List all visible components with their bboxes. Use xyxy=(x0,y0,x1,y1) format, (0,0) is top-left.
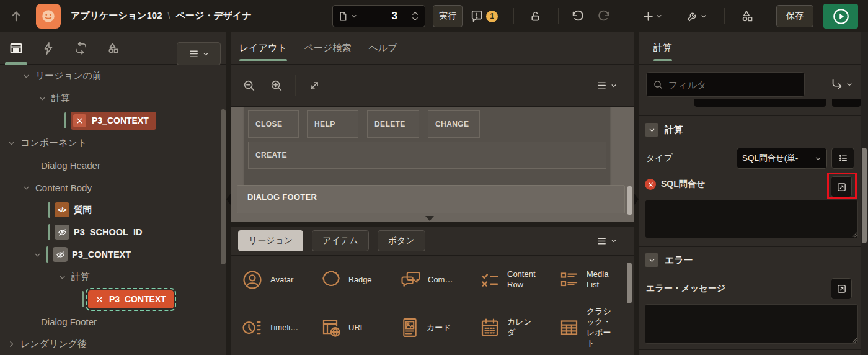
back-arrow-button[interactable] xyxy=(4,5,29,27)
collapse-left-arrow[interactable] xyxy=(226,194,231,205)
page-number[interactable]: 3 xyxy=(360,10,400,22)
collapse-section-button[interactable] xyxy=(645,123,658,137)
tree-item-p3-context-selected[interactable]: P3_CONTEXT xyxy=(0,288,226,310)
run-page-button[interactable]: 実行 xyxy=(433,5,463,27)
tab-page-search[interactable]: ページ検索 xyxy=(304,32,352,64)
tree-item-content-body[interactable]: Content Body xyxy=(0,176,226,199)
gallery-item-avatar[interactable]: Avatar xyxy=(241,261,320,299)
canvas-button-change[interactable]: CHANGE xyxy=(428,110,480,138)
tree-item-p3-context-computation[interactable]: P3_CONTEXT xyxy=(0,109,226,132)
tab-computation[interactable]: 計算 xyxy=(653,32,672,64)
tree-item-question[interactable]: </> 質問 xyxy=(0,199,226,221)
canvas-gallery-splitter[interactable] xyxy=(231,222,634,227)
gallery-item-content-row[interactable]: Content Row xyxy=(479,261,558,299)
save-button[interactable]: 保存 xyxy=(776,5,813,27)
gallery-scrollbar[interactable] xyxy=(627,263,632,303)
gallery-item-url[interactable]: URL xyxy=(320,301,399,354)
gallery-item-badge[interactable]: Badge xyxy=(320,261,399,299)
chevron-down-icon[interactable] xyxy=(57,273,67,281)
gallery-tab-items[interactable]: アイテム xyxy=(312,230,368,251)
right-scrollbar-track[interactable] xyxy=(861,32,868,355)
go-to-group-button[interactable] xyxy=(822,72,861,97)
computation-type-select[interactable]: SQL問合せ(単- xyxy=(737,148,827,169)
canvas-button-create[interactable]: CREATE xyxy=(248,142,606,169)
application-logo[interactable] xyxy=(36,4,61,29)
tab-layout[interactable]: レイアウト xyxy=(239,32,287,64)
gallery-tab-buttons[interactable]: ボタン xyxy=(378,230,425,251)
error-x-icon xyxy=(95,295,104,303)
gallery-item-calendar[interactable]: カレンダ xyxy=(479,301,558,354)
right-scrollbar-thumb[interactable] xyxy=(862,148,867,243)
chevron-down-icon[interactable] xyxy=(32,251,42,259)
shared-components-button[interactable] xyxy=(735,5,759,27)
cards-icon xyxy=(399,317,420,339)
gallery-item-media-list[interactable]: Media List xyxy=(558,261,637,299)
clipped-field xyxy=(694,99,826,107)
canvas-button-help[interactable]: HELP xyxy=(307,110,358,138)
chevron-down-icon[interactable] xyxy=(21,72,31,80)
clipped-button xyxy=(832,99,861,107)
tree-scrollbar[interactable] xyxy=(221,109,226,264)
gallery-item-classic-report[interactable]: クラシック・レポート xyxy=(558,301,637,354)
dialog-region-box[interactable]: CLOSE HELP DELETE CHANGE CREATE xyxy=(244,107,610,186)
zoom-in-button[interactable] xyxy=(263,79,290,92)
tab-help[interactable]: ヘルプ xyxy=(368,32,397,64)
property-panel: 計算 計算 タイプ SQL問合せ(単- xyxy=(639,32,868,355)
redo-button[interactable] xyxy=(593,5,615,27)
tree-item-p3-school-id[interactable]: P3_SCHOOL_ID xyxy=(0,221,226,243)
chevron-down-icon[interactable] xyxy=(6,139,16,147)
layout-menu-button[interactable] xyxy=(596,80,617,91)
rendering-icon xyxy=(9,41,24,56)
tree-item-after-rendering[interactable]: レンダリング後 xyxy=(0,333,226,355)
error-message-editor-button[interactable] xyxy=(831,278,852,299)
dialog-footer-region[interactable]: DIALOG FOOTER xyxy=(237,185,625,213)
layout-canvas[interactable]: CLOSE HELP DELETE CHANGE CREATE DIALOG F… xyxy=(231,107,634,222)
canvas-scrollbar[interactable] xyxy=(627,186,632,215)
filter-input[interactable] xyxy=(668,79,798,90)
sql-query-textarea[interactable] xyxy=(645,200,858,238)
undo-button[interactable] xyxy=(567,5,589,27)
collapse-down-handle[interactable] xyxy=(425,216,434,221)
chevron-right-icon[interactable] xyxy=(6,340,16,348)
chevron-down-icon xyxy=(649,127,655,133)
collapse-right-arrow[interactable] xyxy=(634,194,639,205)
tab-rendering[interactable] xyxy=(0,32,32,65)
canvas-button-close[interactable]: CLOSE xyxy=(248,110,299,138)
zoom-out-button[interactable] xyxy=(236,79,263,92)
chevron-down-icon[interactable] xyxy=(21,184,31,192)
tree-menu-button[interactable] xyxy=(177,42,221,65)
tree-item-dialog-header[interactable]: Dialog Header xyxy=(0,154,226,176)
sql-code-editor-button[interactable] xyxy=(831,176,852,197)
breadcrumb-app[interactable]: アプリケーション102 xyxy=(71,10,162,22)
create-menu-button[interactable] xyxy=(636,5,668,27)
unlock-icon[interactable] xyxy=(525,5,546,27)
quick-pick-button[interactable] xyxy=(831,148,854,169)
page-selector-main[interactable]: 3 xyxy=(333,6,405,27)
page-number-stepper[interactable] xyxy=(405,6,425,27)
canvas-button-delete[interactable]: DELETE xyxy=(367,110,419,138)
tab-processing[interactable] xyxy=(64,32,97,65)
tree-item-computations[interactable]: 計算 xyxy=(0,87,226,109)
sql-query-row: SQL問合せ xyxy=(645,179,705,190)
save-and-run-button[interactable] xyxy=(823,4,858,29)
tree-item-p3-context[interactable]: P3_CONTEXT xyxy=(0,243,226,266)
chevron-down-icon[interactable] xyxy=(37,94,47,102)
warnings-button[interactable]: 1 xyxy=(470,5,498,27)
computation-node[interactable]: P3_CONTEXT xyxy=(71,112,156,130)
gallery-item-timeline[interactable]: Timeli… xyxy=(241,301,320,354)
tree-item-components[interactable]: コンポーネント xyxy=(0,132,226,154)
expand-button[interactable] xyxy=(301,79,328,92)
tree-item-dialog-footer[interactable]: Dialog Footer xyxy=(0,310,226,333)
tab-page-shared-components[interactable] xyxy=(97,32,129,65)
gallery-tab-regions[interactable]: リージョン xyxy=(238,230,303,251)
gallery-item-cards[interactable]: カード xyxy=(399,301,479,354)
gallery-item-comment[interactable]: Com… xyxy=(399,261,479,299)
selected-computation-node[interactable]: P3_CONTEXT xyxy=(88,290,174,308)
tree-item-item-computations[interactable]: 計算 xyxy=(0,266,226,288)
error-message-textarea[interactable] xyxy=(645,304,858,344)
tab-dynamic-actions[interactable] xyxy=(32,32,64,65)
utilities-menu-button[interactable] xyxy=(680,5,713,27)
tree-item-before-regions[interactable]: リージョンの前 xyxy=(0,65,226,87)
collapse-section-button[interactable] xyxy=(645,253,658,267)
gallery-menu-button[interactable] xyxy=(596,236,617,246)
